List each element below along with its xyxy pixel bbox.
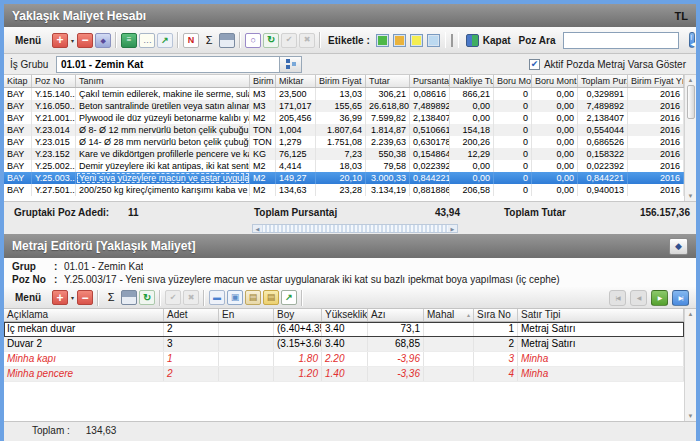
print-icon[interactable] [219,33,235,48]
scroll-down-icon[interactable]: ▼ [688,413,694,419]
table-cell: 79,58 [366,160,410,172]
table-row[interactable]: BAYY.23.152Kare ve dikdörtgen profillerl… [4,148,684,160]
label-green-swatch[interactable] [376,34,389,47]
remove-row-icon[interactable]: − [77,290,93,305]
nav-first-button[interactable]: |◀ [689,32,695,48]
is-grubu-select-button[interactable] [280,56,302,73]
add-row-icon[interactable]: + [52,290,68,305]
person-export-icon[interactable]: ↗ [157,33,173,48]
aktif-pozda-checkbox-label: Aktif Pozda Metraj Varsa Göster [544,59,686,70]
poz-table-vscrollbar[interactable]: ▲ ▼ [684,75,696,201]
insert-line-icon[interactable]: ▬ [209,290,225,305]
table-row[interactable]: BAYY.27.501...200/250 kg kireç/çimento k… [4,184,684,196]
table-row[interactable]: Minha kapı11.802.20-3,963Minha [4,352,684,367]
table-cell: 7,489892 [410,100,450,112]
scroll-thumb[interactable] [687,85,695,119]
table-row[interactable]: BAYY.21.001...Plywood ile düz yüzeyli be… [4,112,684,124]
scroll-up-icon[interactable]: ▲ [688,311,694,317]
table-row[interactable]: BAYY.15.140...Çakıl temin edilerek, maki… [4,88,684,100]
table-cell: 0,022392 [410,160,450,172]
column-header[interactable]: Miktar [276,75,316,87]
column-header[interactable]: Birim [250,75,276,87]
column-header[interactable]: Kitap [4,75,32,87]
table-cell: 2 [474,337,518,351]
table-row[interactable]: Duvar 23(3.15+3.60)3.4068,852Metraj Satı… [4,337,684,352]
table-row[interactable]: BAYY.25.002...Demir yüzeylere iki kat an… [4,160,684,172]
column-header[interactable]: Birim Fiyat Yılı [628,75,684,87]
print-icon[interactable] [121,290,137,305]
note-icon[interactable]: N [183,33,199,48]
book-icon[interactable]: ≡ [121,33,137,48]
menu-button[interactable]: Menü [9,35,51,46]
table-row[interactable]: BAYY.23.015Ø 14- Ø 28 mm nervürlü beton … [4,136,684,148]
refresh-icon[interactable]: ↻ [263,33,279,48]
column-header[interactable]: Mahal▴ [424,309,474,321]
table-cell: BAY [4,136,32,148]
table-row[interactable]: BAYY.25.003...Yeni sıva yüzeylere macun … [4,172,684,184]
scroll-left-icon[interactable]: ◀ [253,225,262,232]
comment-icon[interactable]: … [139,33,155,48]
poz-ara-label: Poz Ara [519,35,556,46]
sum-icon[interactable]: Σ [201,33,217,48]
dropdown-caret-icon[interactable]: ▾ [69,37,76,44]
column-header[interactable]: Tanım [76,75,250,87]
column-header[interactable]: Boru Mont... [532,75,578,87]
table-cell: İç mekan duvar [4,322,164,336]
metraj-menu-button[interactable]: Menü [9,292,51,303]
column-header[interactable]: Satır Tipi [518,309,684,321]
metraj-table-vscrollbar[interactable]: ▲ ▼ [684,309,696,421]
kapat-button[interactable]: Kapat [466,34,511,47]
table-cell: 0,00 [450,100,494,112]
aktif-pozda-checkbox[interactable]: ✔ Aktif Pozda Metraj Varsa Göster [529,59,686,70]
column-header[interactable]: Adet [164,309,219,321]
export-icon[interactable]: ↗ [281,290,297,305]
column-header[interactable]: Boru Mo... [494,75,532,87]
table-cell: TON [250,136,276,148]
label-none-swatch[interactable] [451,34,453,47]
metraj-nav-last-button[interactable]: ▶| [672,290,689,306]
poz-ara-input[interactable] [563,32,679,49]
column-header[interactable]: Birim Fiyat [316,75,366,87]
metraj-table: AçıklamaAdetEnBoyYükseklikAzıMahal▴Sıra … [4,309,696,421]
label-orange-swatch[interactable] [393,34,406,47]
tags-icon[interactable]: ◆ [95,33,111,48]
table-row[interactable]: İç mekan duvar2(6.40+4.35)3.4073,11Metra… [4,322,684,337]
notes-icon[interactable]: ▤ [263,290,279,305]
metraj-nav-next-button[interactable]: ▶ [651,290,668,306]
label-yellow-swatch[interactable] [410,34,423,47]
table-row[interactable]: BAYY.16.050...Beton santralinde üretilen… [4,100,684,112]
remove-icon[interactable]: − [77,33,93,48]
column-header[interactable]: Açıklama [4,309,164,321]
scroll-right-icon[interactable]: ▶ [448,225,457,232]
column-header[interactable]: Boy [274,309,322,321]
diamond-button[interactable]: ◆ [669,238,688,255]
toolbar-separator [177,32,179,48]
column-header[interactable]: Poz No [32,75,76,87]
is-grubu-input[interactable]: 01.01 - Zemin Kat [56,56,280,73]
column-header[interactable]: Sıra No [474,309,518,321]
sum-icon[interactable]: Σ [103,290,119,305]
column-header[interactable]: Yükseklik [322,309,368,321]
add-icon[interactable]: + [52,33,68,48]
paste-icon[interactable]: ▤ [245,290,261,305]
poz-table-hscrollbar[interactable]: ◀ ▶ [252,224,458,233]
copy-icon[interactable]: ▣ [227,290,243,305]
toplam-label: Toplam : [32,425,70,441]
label-blue-swatch[interactable] [427,34,440,47]
metraj-toolbar-icons: +▾−Σ↻✔✖▬▣▤▤↗ [51,290,306,306]
scroll-up-icon[interactable]: ▲ [688,77,694,83]
column-header[interactable]: Nakliye Tu... [450,75,494,87]
column-header[interactable]: En [219,309,274,321]
table-row[interactable]: Minha pencere21.201.40-3,364Minha [4,367,684,382]
column-header[interactable]: Azı [368,309,424,321]
column-header[interactable]: Toplam Pur... [578,75,628,87]
table-cell: 154,18 [450,124,494,136]
table-cell: Minha [518,367,684,381]
preview-icon[interactable]: ○ [245,33,261,48]
column-header[interactable]: Tutar [366,75,410,87]
dropdown-caret-icon[interactable]: ▾ [69,294,76,301]
table-row[interactable]: BAYY.23.014Ø 8- Ø 12 mm nervürlü beton ç… [4,124,684,136]
column-header[interactable]: Pursantaj [410,75,450,87]
refresh-icon[interactable]: ↻ [139,290,155,305]
scroll-down-icon[interactable]: ▼ [688,193,694,199]
